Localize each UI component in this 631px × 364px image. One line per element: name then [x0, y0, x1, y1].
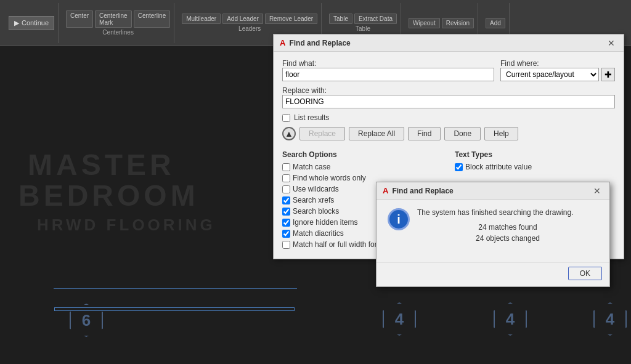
alert-message: The system has finished searching the dr… [417, 208, 598, 217]
text-types-header: Text Types [455, 150, 615, 159]
find-where-select-row: Current space/layout Entire drawing ✚ [500, 68, 615, 81]
match-case-checkbox[interactable] [282, 163, 290, 171]
alert-content: i The system has finished searching the … [388, 208, 598, 245]
alert-body: i The system has finished searching the … [377, 200, 609, 262]
replace-with-label: Replace with: [282, 86, 615, 95]
replace-all-button[interactable]: Replace All [349, 127, 404, 140]
toolbar-multileader-btn[interactable]: Multileader [182, 14, 221, 24]
find-where-label: Find where: [500, 59, 615, 68]
match-case-label: Match case [293, 163, 330, 171]
search-blocks-checkbox[interactable] [282, 208, 290, 216]
cad-master-label: MASTER [28, 148, 175, 182]
toolbar-table-label: Table [356, 25, 370, 32]
alert-stat2: 24 objects changed [417, 234, 598, 243]
find-what-group: Find what: [282, 59, 494, 81]
toolbar-removeleader-btn[interactable]: Remove Leader [265, 14, 317, 24]
cad-divider [54, 288, 297, 289]
search-xrefs-label: Search xrefs [293, 196, 334, 204]
block-attribute-row: Block attribute value [455, 163, 615, 171]
find-replace-titlebar: A Find and Replace ✕ [274, 34, 624, 52]
find-where-group: Find where: Current space/layout Entire … [500, 59, 615, 81]
list-results-row: List results [282, 113, 615, 122]
alert-title-text: Find and Replace [392, 187, 453, 195]
continue-icon: ▶ [14, 19, 19, 27]
replace-with-group: Replace with: [282, 86, 615, 108]
list-results-checkbox[interactable] [282, 114, 290, 122]
find-button[interactable]: Find [408, 127, 441, 140]
alert-autocad-logo: A [383, 186, 388, 195]
find-what-input[interactable] [282, 68, 494, 81]
ignore-hidden-label: Ignore hidden items [293, 218, 357, 227]
toolbar-leaders-label: Leaders [238, 25, 261, 32]
hexagon-4-2: 4 [492, 301, 529, 338]
hexagon-4-3: 4 [592, 301, 629, 338]
toolbar-centerline2-btn[interactable]: Centerline [134, 10, 171, 28]
find-whole-words-label: Find whole words only [293, 174, 366, 182]
toolbar-addleader-btn[interactable]: Add Leader [222, 14, 263, 24]
block-attribute-checkbox[interactable] [455, 163, 463, 171]
autocad-logo: A [280, 38, 285, 47]
use-wildcards-checkbox[interactable] [282, 185, 290, 193]
alert-title-left: A Find and Replace [383, 186, 454, 195]
list-results-label: List results [294, 113, 329, 122]
toolbar-add-btn[interactable]: Add [486, 18, 505, 28]
find-whole-words-checkbox[interactable] [282, 174, 290, 182]
continue-button[interactable]: ▶ Continue [9, 16, 54, 30]
find-replace-title-left: A Find and Replace [280, 38, 351, 47]
use-wildcards-label: Use wildcards [293, 185, 339, 193]
find-replace-title-text: Find and Replace [289, 39, 350, 47]
match-half-full-label: Match half or full width form... [293, 240, 389, 249]
find-where-plus-button[interactable]: ✚ [601, 68, 615, 81]
continue-label: Continue [22, 19, 49, 26]
find-where-select[interactable]: Current space/layout Entire drawing [500, 68, 599, 81]
find-whole-words-row: Find whole words only [282, 174, 442, 182]
toolbar-continue-group: ▶ Continue [5, 3, 59, 43]
replace-button[interactable]: Replace [299, 127, 345, 140]
hexagon-6: 6 [68, 302, 105, 339]
alert-dialog: A Find and Replace ✕ i The system has fi… [376, 182, 610, 287]
toolbar-revision-btn[interactable]: Revision [442, 18, 474, 28]
toolbar-extract-btn[interactable]: Extract Data [354, 14, 397, 24]
find-where-row: Find what: Find where: Current space/lay… [282, 59, 615, 81]
ignore-hidden-checkbox[interactable] [282, 219, 290, 227]
cad-hrwd-label: HRWD FLOORING [37, 216, 216, 235]
match-diacritics-checkbox[interactable] [282, 230, 290, 238]
help-button[interactable]: Help [484, 127, 518, 140]
toolbar-wipeout-btn[interactable]: Wipeout [409, 18, 440, 28]
hexagon-4-1: 4 [381, 301, 418, 338]
toolbar-centerline-btn[interactable]: CenterlineMark [95, 10, 132, 28]
toolbar-table-btn[interactable]: Table [329, 14, 352, 24]
search-options-header: Search Options [282, 150, 442, 159]
block-attribute-label: Block attribute value [465, 163, 532, 171]
match-half-full-checkbox[interactable] [282, 241, 290, 249]
alert-stat1: 24 matches found [417, 223, 598, 232]
expand-collapse-button[interactable]: ▲ [282, 127, 296, 140]
info-icon: i [388, 208, 410, 230]
alert-titlebar: A Find and Replace ✕ [377, 182, 609, 200]
replace-with-input[interactable] [282, 95, 615, 108]
toolbar-center-btn[interactable]: Center [66, 10, 93, 28]
search-xrefs-checkbox[interactable] [282, 196, 290, 204]
toolbar-centerlines-label: Centerlines [102, 29, 134, 36]
done-button[interactable]: Done [444, 127, 481, 140]
search-blocks-label: Search blocks [293, 207, 339, 216]
find-replace-close-button[interactable]: ✕ [605, 38, 617, 48]
alert-ok-button[interactable]: OK [568, 267, 602, 280]
alert-text-block: The system has finished searching the dr… [417, 208, 598, 245]
match-diacritics-label: Match diacritics [293, 229, 344, 238]
alert-close-button[interactable]: ✕ [591, 186, 603, 196]
action-buttons-row: ▲ Replace Replace All Find Done Help [282, 127, 615, 140]
match-case-row: Match case [282, 163, 442, 171]
find-what-label: Find what: [282, 59, 494, 68]
find-what-input-row [282, 68, 494, 81]
toolbar-centerlines-group: Center CenterlineMark Centerline Centerl… [62, 3, 174, 43]
alert-button-row: OK [377, 262, 609, 286]
cad-bedroom-label: BEDROOM [18, 179, 199, 212]
